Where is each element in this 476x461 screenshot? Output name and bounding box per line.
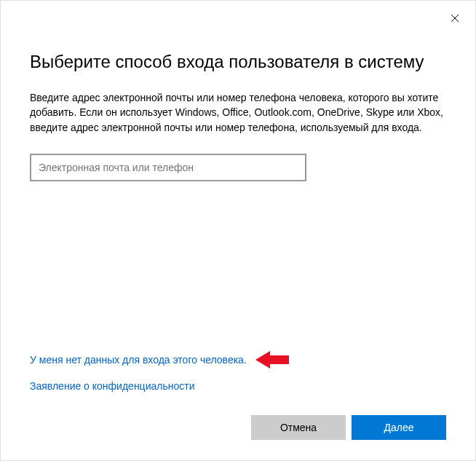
dialog-description: Введите адрес электронной почты или номе… [30,90,446,135]
dialog-content: Выберите способ входа пользователя в сис… [1,1,475,415]
svg-marker-2 [255,351,289,369]
next-button[interactable]: Далее [352,415,446,440]
link-row: Заявление о конфиденциальности [30,380,446,392]
email-phone-input[interactable] [30,154,306,181]
cancel-button[interactable]: Отмена [251,415,346,440]
dialog-title: Выберите способ входа пользователя в сис… [30,50,446,73]
arrow-left-icon [255,350,289,370]
add-user-dialog: Выберите способ входа пользователя в сис… [0,0,476,461]
link-row: У меня нет данных для входа этого челове… [30,350,446,370]
dialog-footer: Отмена Далее [1,415,475,460]
links-section: У меня нет данных для входа этого челове… [30,350,446,415]
arrow-annotation [255,350,289,370]
no-signin-info-link[interactable]: У меня нет данных для входа этого челове… [30,354,247,366]
spacer [30,181,446,350]
close-button[interactable] [443,7,467,30]
privacy-statement-link[interactable]: Заявление о конфиденциальности [30,380,194,392]
close-icon [451,14,459,23]
